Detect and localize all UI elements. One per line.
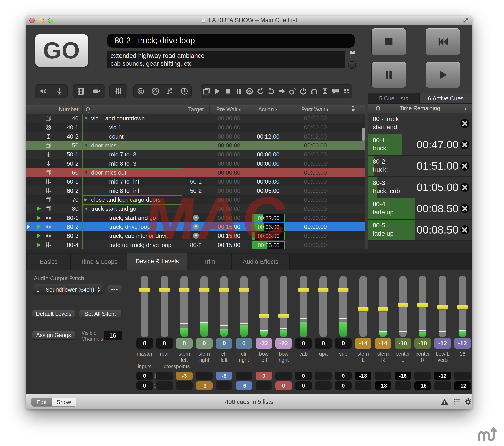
visible-channels-field[interactable]: 16 bbox=[104, 331, 122, 340]
crosspoint-cell[interactable]: 0 bbox=[335, 372, 352, 380]
crosspoint-cell[interactable] bbox=[355, 381, 372, 390]
crosspoint-cell[interactable] bbox=[315, 381, 332, 390]
crosspoint-cell[interactable]: -12 bbox=[454, 381, 471, 390]
crosspoint-cell[interactable] bbox=[454, 372, 471, 380]
level-value-chip[interactable]: 0 bbox=[315, 338, 332, 349]
crosspoint-cell[interactable] bbox=[275, 372, 292, 380]
target-cue-icon[interactable] bbox=[193, 232, 199, 239]
tab-basics[interactable]: Basics bbox=[27, 254, 71, 270]
show-mode-button[interactable]: Show bbox=[52, 398, 76, 406]
column-header-post-wait[interactable]: Post Wait› bbox=[288, 105, 343, 114]
level-value-chip[interactable]: 0 bbox=[335, 338, 352, 349]
crosspoint-cell[interactable] bbox=[375, 372, 391, 380]
timecode-cue-icon[interactable] bbox=[180, 87, 188, 95]
fader-knob[interactable] bbox=[437, 305, 448, 309]
start-cue-icon[interactable] bbox=[213, 87, 221, 95]
cue-row-40-2[interactable]: 40-2count00:00.0000:12.0000:12.00 bbox=[26, 132, 365, 141]
fader-knob[interactable] bbox=[338, 287, 349, 292]
pause-button[interactable] bbox=[372, 62, 406, 88]
fader-knob[interactable] bbox=[298, 287, 309, 292]
fader-knob[interactable] bbox=[417, 303, 428, 307]
tab-cue-lists[interactable]: 5 Cue Lists bbox=[368, 93, 420, 104]
stop-cue-x-button[interactable] bbox=[460, 225, 470, 235]
fader-knob[interactable] bbox=[238, 287, 249, 292]
video-cue-icon[interactable] bbox=[77, 87, 85, 95]
fullscreen-resize-icon[interactable] bbox=[463, 17, 469, 23]
stop-cue-icon[interactable] bbox=[224, 87, 232, 95]
fader-track[interactable] bbox=[300, 276, 307, 337]
crosspoint-cell[interactable] bbox=[196, 372, 213, 380]
tab-audio-effects[interactable]: Audio Effects bbox=[232, 254, 290, 270]
tab-trim[interactable]: Trim bbox=[187, 254, 232, 270]
crosspoint-cell[interactable] bbox=[176, 381, 193, 390]
cue-row-80[interactable]: 80▼truck start and go00:00.0000:00.00 bbox=[26, 204, 365, 213]
cue-row-80-4[interactable]: 80-4fade up truck; drive loop80-200:15.0… bbox=[26, 240, 365, 250]
memo-cue-icon[interactable] bbox=[332, 87, 340, 95]
tab-time-loops[interactable]: Time & Loops bbox=[71, 254, 127, 270]
fader-knob[interactable] bbox=[318, 287, 329, 292]
fader-track[interactable] bbox=[220, 276, 228, 337]
fader-track[interactable] bbox=[200, 276, 208, 337]
stop-button[interactable] bbox=[372, 28, 406, 55]
fader-track[interactable] bbox=[360, 276, 367, 337]
target-cue-icon[interactable] bbox=[137, 87, 145, 95]
level-value-chip[interactable]: 0 bbox=[136, 338, 153, 349]
active-cue-row[interactable]: 80-2 · truck;01:51.00 bbox=[368, 156, 472, 177]
fader-track[interactable] bbox=[340, 276, 347, 337]
edit-mode-button[interactable]: Edit bbox=[32, 398, 52, 406]
power-cue-icon[interactable] bbox=[299, 87, 307, 95]
active-cue-row[interactable]: 80 · truck start and bbox=[368, 113, 472, 134]
cue-row-60-2[interactable]: 60-2mic 8 to -inf50-200:00.0000:05.0000:… bbox=[26, 186, 365, 195]
fade-cue-icon[interactable] bbox=[114, 87, 122, 95]
fader-track[interactable] bbox=[180, 276, 188, 337]
crosspoint-cell[interactable]: -18 bbox=[355, 372, 372, 380]
disclosure-triangle[interactable]: ▼ bbox=[84, 168, 88, 177]
patch-settings-button[interactable]: ••• bbox=[107, 285, 122, 295]
audio-patch-select[interactable]: 1 – Soundflower (64ch) ▲▼ bbox=[33, 284, 103, 295]
fader-track[interactable] bbox=[280, 276, 288, 337]
crosspoint-cell[interactable] bbox=[236, 372, 252, 380]
input-level-chip[interactable]: 0 bbox=[136, 372, 153, 380]
level-value-chip[interactable]: -22 bbox=[256, 338, 272, 349]
level-value-chip[interactable]: 0 bbox=[295, 338, 312, 349]
stop-cue-x-button[interactable] bbox=[460, 182, 470, 192]
level-value-chip[interactable]: -10 bbox=[395, 338, 411, 349]
stop-cue-x-button[interactable] bbox=[460, 119, 470, 128]
crosspoint-cell[interactable]: -16 bbox=[414, 381, 431, 390]
level-value-chip[interactable]: -10 bbox=[414, 338, 431, 349]
stop-cue-x-button[interactable] bbox=[460, 204, 470, 214]
crosspoint-cell[interactable]: -6 bbox=[216, 372, 232, 380]
fader-track[interactable] bbox=[240, 276, 248, 337]
mic-cue-icon[interactable] bbox=[55, 87, 63, 95]
active-cue-row[interactable]: 80-5 · fade up00:08.50 bbox=[368, 220, 472, 241]
crosspoint-cell[interactable] bbox=[256, 381, 272, 390]
crosspoint-cell[interactable]: -3 bbox=[176, 372, 193, 380]
gear-icon[interactable] bbox=[464, 398, 472, 406]
chevron-left-icon[interactable]: ‹ bbox=[463, 104, 468, 113]
crosspoint-cell[interactable]: 0 bbox=[256, 372, 272, 380]
column-header-action[interactable]: Action› bbox=[249, 105, 288, 114]
wait-cue-icon[interactable] bbox=[321, 87, 329, 95]
column-header-pre-wait[interactable]: Pre Wait‹ bbox=[209, 105, 249, 114]
active-cue-row[interactable]: 80-4 · fade up00:08.50 bbox=[368, 198, 472, 220]
disclosure-triangle[interactable]: ▼ bbox=[84, 141, 88, 150]
crosspoint-cell[interactable]: -12 bbox=[434, 372, 451, 380]
crosspoint-cell[interactable]: -6 bbox=[236, 381, 252, 390]
target-cue-icon[interactable] bbox=[193, 223, 199, 230]
column-header-number[interactable]: Number bbox=[55, 105, 82, 114]
headphones-cue-icon[interactable] bbox=[310, 87, 318, 95]
fader-track[interactable] bbox=[379, 276, 387, 337]
level-value-chip[interactable]: 0 bbox=[156, 338, 173, 349]
fader-track[interactable] bbox=[320, 276, 327, 337]
cue-row-80-1[interactable]: 80-1truck; start and go00:00.0000:22.000… bbox=[26, 213, 365, 222]
stop-cue-x-button[interactable] bbox=[460, 140, 470, 150]
crosspoint-cell[interactable]: -18 bbox=[375, 381, 391, 390]
group-cue-icon[interactable] bbox=[202, 87, 211, 95]
input-level-chip[interactable]: 0 bbox=[136, 381, 153, 390]
level-value-chip[interactable]: -14 bbox=[375, 338, 391, 349]
crosspoint-cell[interactable] bbox=[395, 381, 411, 390]
cue-row-60-1[interactable]: 60-1mic 7 to -inf50-100:00.0000:05.0000:… bbox=[26, 177, 365, 186]
title-bar[interactable]: LA RUTA SHOW – Main Cue List bbox=[26, 16, 472, 25]
crosspoint-cell[interactable] bbox=[156, 372, 173, 380]
cue-row-50-1[interactable]: 50-1mic 7 to -300:00.0000:00.0000:00.00 bbox=[26, 150, 365, 159]
